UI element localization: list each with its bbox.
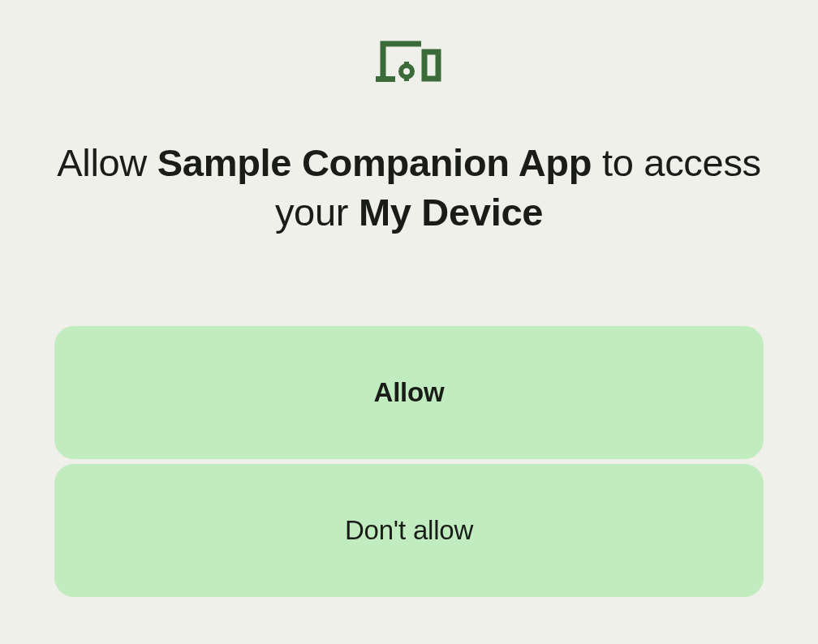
svg-rect-4 — [404, 76, 409, 81]
svg-rect-1 — [424, 52, 438, 79]
device-name: My Device — [359, 191, 543, 234]
permission-dialog: Allow Sample Companion App to access you… — [0, 0, 818, 644]
permission-title: Allow Sample Companion App to access you… — [0, 138, 818, 237]
app-name: Sample Companion App — [157, 141, 592, 184]
title-prefix: Allow — [57, 141, 157, 184]
deny-button[interactable]: Don't allow — [54, 464, 764, 597]
button-stack: Allow Don't allow — [54, 326, 764, 597]
allow-button[interactable]: Allow — [54, 326, 764, 459]
devices-icon — [376, 39, 442, 84]
svg-rect-3 — [404, 62, 409, 67]
svg-point-2 — [401, 66, 412, 77]
